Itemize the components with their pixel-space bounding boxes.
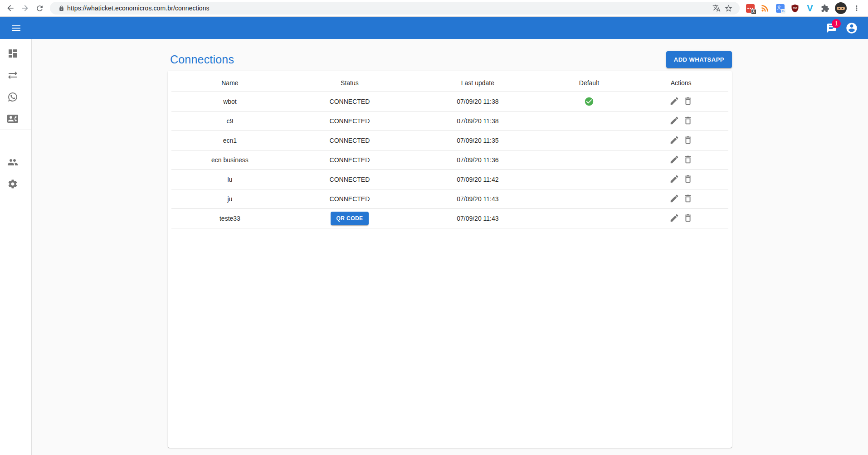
connection-actions	[634, 150, 728, 169]
bookmark-star-button[interactable]	[722, 2, 734, 14]
connection-status: CONNECTED	[288, 111, 411, 131]
edit-connection-button[interactable]	[668, 95, 680, 107]
delete-trash-icon	[683, 213, 693, 223]
extension-translate-button[interactable]: 文 G	[775, 3, 785, 13]
connection-last-update: 07/09/20 11:36	[411, 150, 545, 169]
delete-connection-button[interactable]	[682, 212, 694, 224]
translate-page-button[interactable]	[711, 2, 722, 14]
edit-connection-button[interactable]	[668, 115, 680, 126]
sidebar-item-settings[interactable]	[0, 173, 31, 195]
connection-default	[545, 131, 634, 150]
connections-table: NameStatusLast updateDefaultActions wbot…	[171, 74, 728, 228]
edit-connection-button[interactable]	[668, 173, 680, 185]
sidebar-item-connections[interactable]	[0, 64, 31, 86]
sidebar-item-dashboard[interactable]	[0, 43, 31, 64]
url-text[interactable]: https://whaticket.economicros.com.br/con…	[67, 5, 711, 12]
connection-name: ju	[171, 189, 288, 208]
table-row: teste33 QR CODE 07/09/20 11:43	[171, 208, 728, 228]
connection-default	[545, 111, 634, 131]
video-downloader-icon: V	[807, 4, 813, 13]
edit-connection-button[interactable]	[668, 154, 680, 165]
sidebar-item-users[interactable]	[0, 151, 31, 173]
connection-default	[545, 189, 634, 208]
delete-connection-button[interactable]	[682, 193, 694, 204]
back-arrow-icon	[6, 4, 15, 13]
star-outline-icon	[724, 4, 733, 13]
connection-name: ecn1	[171, 131, 288, 150]
extensions-puzzle-button[interactable]	[820, 3, 830, 13]
page-title: Connections	[170, 53, 234, 66]
table-row: ecn business CONNECTED 07/09/20 11:36	[171, 150, 728, 169]
browser-toolbar: https://whaticket.economicros.com.br/con…	[0, 0, 868, 17]
hamburger-menu-icon	[11, 23, 22, 34]
connection-name: ecn business	[171, 150, 288, 169]
address-bar[interactable]: https://whaticket.economicros.com.br/con…	[50, 2, 740, 15]
connection-default	[545, 150, 634, 169]
extension-ublock-button[interactable]: UO	[790, 3, 800, 13]
connections-card: NameStatusLast updateDefaultActions wbot…	[168, 71, 732, 448]
table-row: ecn1 CONNECTED 07/09/20 11:35	[171, 131, 728, 150]
connection-name: c9	[171, 111, 288, 131]
edit-connection-button[interactable]	[668, 193, 680, 204]
menu-button[interactable]	[6, 18, 26, 38]
connection-actions	[634, 111, 728, 131]
app-header: 1	[0, 17, 868, 39]
edit-connection-button[interactable]	[668, 134, 680, 146]
browser-profile-avatar[interactable]	[835, 2, 847, 14]
connection-last-update: 07/09/20 11:42	[411, 169, 545, 189]
connection-last-update: 07/09/20 11:43	[411, 208, 545, 228]
edit-pencil-icon	[669, 213, 679, 223]
main-content: Connections ADD WHATSAPP NameStatusLast …	[32, 39, 868, 455]
browser-reload-button[interactable]	[33, 1, 46, 15]
translate-extension-icon: 文 G	[776, 4, 785, 13]
sidebar-item-tickets[interactable]	[0, 86, 31, 108]
connection-actions	[634, 208, 728, 228]
connection-last-update: 07/09/20 11:43	[411, 189, 545, 208]
extension-rss-button[interactable]	[760, 3, 770, 13]
browser-forward-button[interactable]	[18, 1, 32, 15]
extension-count-badge: 3	[751, 9, 756, 15]
delete-connection-button[interactable]	[682, 95, 694, 107]
sidebar-item-contacts[interactable]	[0, 108, 31, 130]
extension-video-button[interactable]: V	[805, 3, 815, 13]
browser-back-button[interactable]	[4, 1, 17, 15]
delete-trash-icon	[683, 96, 693, 106]
whatsapp-icon	[7, 92, 18, 102]
connection-actions	[634, 189, 728, 208]
connection-name: wbot	[171, 92, 288, 111]
reload-icon	[35, 4, 44, 13]
column-header-actions: Actions	[634, 74, 728, 92]
connection-name: teste33	[171, 208, 288, 228]
connection-status: CONNECTED	[288, 131, 411, 150]
translate-page-icon	[712, 4, 721, 12]
connection-default	[545, 169, 634, 189]
delete-trash-icon	[683, 155, 693, 165]
table-row: wbot CONNECTED 07/09/20 11:38	[171, 92, 728, 111]
table-row: ju CONNECTED 07/09/20 11:43	[171, 189, 728, 208]
connection-actions	[634, 131, 728, 150]
lock-icon	[55, 2, 67, 14]
red-extension-icon: 3	[746, 4, 755, 13]
delete-connection-button[interactable]	[682, 154, 694, 165]
extension-red-button[interactable]: 3	[745, 3, 755, 13]
browser-menu-button[interactable]	[852, 3, 862, 13]
qr-code-button[interactable]: QR CODE	[331, 212, 369, 225]
delete-trash-icon	[683, 194, 693, 203]
delete-connection-button[interactable]	[682, 134, 694, 146]
edit-pencil-icon	[669, 155, 679, 165]
connection-status: CONNECTED	[288, 189, 411, 208]
sidebar	[0, 39, 32, 455]
delete-connection-button[interactable]	[682, 115, 694, 126]
connection-actions	[634, 169, 728, 189]
delete-connection-button[interactable]	[682, 173, 694, 185]
connection-last-update: 07/09/20 11:38	[411, 111, 545, 131]
table-header-row: NameStatusLast updateDefaultActions	[171, 74, 728, 92]
column-header-status: Status	[288, 74, 411, 92]
profile-button[interactable]	[842, 18, 862, 38]
settings-icon	[7, 179, 18, 189]
connection-default	[545, 92, 634, 111]
dashboard-icon	[7, 48, 18, 59]
edit-connection-button[interactable]	[668, 212, 680, 224]
add-whatsapp-button[interactable]: ADD WHATSAPP	[666, 51, 732, 68]
notifications-button[interactable]: 1	[822, 18, 842, 38]
